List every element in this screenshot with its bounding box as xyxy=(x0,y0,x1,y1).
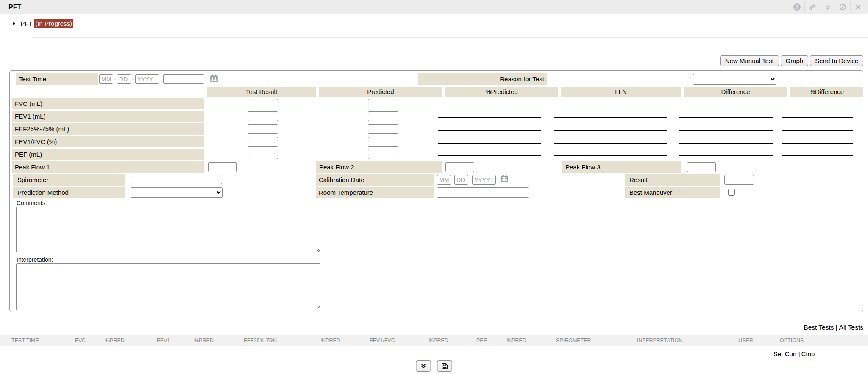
hist-col-user: USER xyxy=(738,338,753,344)
best-maneuver-checkbox[interactable] xyxy=(728,189,735,196)
room-temperature-label: Room Temperature xyxy=(316,187,434,198)
spirometer-input[interactable] xyxy=(131,175,222,184)
hist-col-pred-5: %PRED xyxy=(507,338,526,344)
best-maneuver-label: Best Maneuver xyxy=(625,187,720,198)
pef-lln-line xyxy=(554,155,667,156)
send-to-device-button[interactable]: Send to Device xyxy=(810,55,863,66)
fef-difference-line xyxy=(679,130,773,131)
issue-title[interactable]: PFT xyxy=(20,20,32,27)
pef-difference-line xyxy=(679,155,773,156)
result-label: Result xyxy=(625,174,720,186)
fev1-pct-difference-line xyxy=(782,117,853,118)
save-disk-icon xyxy=(441,363,448,370)
fev1fvc-predicted-input[interactable] xyxy=(368,137,398,147)
reason-for-test-select[interactable] xyxy=(693,74,776,85)
graph-button[interactable]: Graph xyxy=(781,55,809,66)
calibration-calendar-icon[interactable] xyxy=(501,175,509,183)
fev1-test-result-input[interactable] xyxy=(248,111,278,121)
test-time-calendar-icon[interactable] xyxy=(210,74,218,83)
hist-col-fev1: FEV1 xyxy=(157,338,170,344)
save-button[interactable] xyxy=(437,360,452,372)
fef-test-result-input[interactable] xyxy=(248,124,278,134)
fev1fvc-pct-difference-line xyxy=(782,143,853,144)
collapse-chevrons-icon[interactable] xyxy=(820,0,835,14)
fev1-pct-predicted-line xyxy=(438,117,541,118)
fev1fvc-test-result-input[interactable] xyxy=(248,137,278,147)
expand-more-button[interactable] xyxy=(416,360,431,372)
fvc-difference-line xyxy=(679,105,773,105)
hist-col-fef: FEF25%-75% xyxy=(244,338,277,344)
peak-flow-1-input[interactable] xyxy=(208,162,237,172)
peak-flow-3-label: Peak Flow 3 xyxy=(562,161,681,173)
close-icon[interactable] xyxy=(851,0,865,14)
fef-pct-predicted-line xyxy=(438,130,541,131)
comments-textarea[interactable] xyxy=(16,207,320,252)
col-header-pct-predicted: %Predicted xyxy=(445,87,558,97)
fvc-test-result-input[interactable] xyxy=(248,99,278,108)
prediction-method-select[interactable] xyxy=(131,187,223,198)
peak-flow-1-label: Peak Flow 1 xyxy=(12,161,204,173)
best-tests-link[interactable]: Best Tests xyxy=(804,324,834,331)
hist-col-spirometer: SPIROMETER xyxy=(556,338,591,344)
fev1fvc-lln-line xyxy=(554,143,667,144)
cmp-link[interactable]: Cmp xyxy=(801,350,815,357)
help-icon[interactable]: ? xyxy=(790,0,804,14)
fev1-predicted-input[interactable] xyxy=(368,111,398,121)
fef-predicted-input[interactable] xyxy=(368,124,398,134)
report-book-icon[interactable] xyxy=(805,0,820,14)
pef-predicted-input[interactable] xyxy=(368,150,398,159)
hist-col-pred-3: %PRED xyxy=(321,338,340,344)
fef-pct-difference-line xyxy=(782,130,853,131)
col-header-predicted: Predicted xyxy=(319,87,442,97)
room-temperature-input[interactable] xyxy=(437,187,529,198)
calibration-year-input[interactable] xyxy=(472,175,496,185)
set-curr-link[interactable]: Set Curr xyxy=(773,350,797,357)
date-separator: - xyxy=(114,75,116,82)
calibration-month-input[interactable] xyxy=(437,175,451,185)
peak-flow-2-label: Peak Flow 2 xyxy=(316,161,442,173)
disable-icon[interactable] xyxy=(835,0,850,14)
issue-list: PFT (In Progress) xyxy=(13,20,73,27)
calibration-day-input[interactable] xyxy=(454,175,468,185)
hist-col-pef: PEF xyxy=(476,338,487,344)
peak-flow-3-input[interactable] xyxy=(687,162,716,172)
comments-label: Comments: xyxy=(17,199,47,206)
peak-flow-2-input[interactable] xyxy=(445,162,474,172)
divider xyxy=(32,37,868,38)
calibration-date-label: Calibration Date xyxy=(316,174,434,186)
row-label-pef: PEF (mL) xyxy=(12,149,204,160)
all-tests-link[interactable]: All Tests xyxy=(839,324,863,331)
hist-col-pred-1: %PRED xyxy=(105,338,125,344)
fvc-pct-difference-line xyxy=(782,105,853,105)
titlebar: PFT ? xyxy=(0,0,868,14)
new-manual-test-button[interactable]: New Manual Test xyxy=(720,55,779,66)
history-row-options: Set Curr|Cmp xyxy=(773,350,815,357)
titlebar-icon-group: ? xyxy=(790,0,865,14)
link-separator: | xyxy=(834,324,839,331)
toolbar: New Manual Test Graph Send to Device xyxy=(720,55,863,66)
date-separator: - xyxy=(452,176,454,183)
pef-test-result-input[interactable] xyxy=(248,150,278,159)
interpretation-label: Interpretation: xyxy=(17,256,53,263)
spirometer-label: Spirometer xyxy=(13,174,125,186)
test-time-month-input[interactable] xyxy=(99,74,113,84)
row-label-fef: FEF25%-75% (mL) xyxy=(12,123,204,135)
hist-col-fvc: FVC xyxy=(75,338,86,344)
history-view-links: Best Tests|All Tests xyxy=(804,324,863,331)
interpretation-textarea[interactable] xyxy=(16,263,320,310)
row-label-fev1-fvc: FEV1/FVC (%) xyxy=(12,136,204,147)
test-time-day-input[interactable] xyxy=(117,74,131,84)
test-time-year-input[interactable] xyxy=(135,74,159,84)
fvc-lln-line xyxy=(554,105,667,105)
test-time-time-input[interactable] xyxy=(163,74,204,84)
bottom-action-buttons xyxy=(416,360,452,372)
reason-for-test-label: Reason for Test xyxy=(418,73,547,85)
fvc-predicted-input[interactable] xyxy=(368,99,398,108)
pft-form-panel: Test Time - - Reason for Test Test Resul… xyxy=(9,70,863,312)
page-title: PFT xyxy=(0,3,790,11)
result-input[interactable] xyxy=(724,175,754,185)
hist-col-options: OPTIONS xyxy=(780,338,804,344)
col-header-lln: LLN xyxy=(561,87,681,97)
hist-col-interpretation: INTERPRETATION xyxy=(637,338,682,344)
test-time-label: Test Time xyxy=(16,73,98,85)
